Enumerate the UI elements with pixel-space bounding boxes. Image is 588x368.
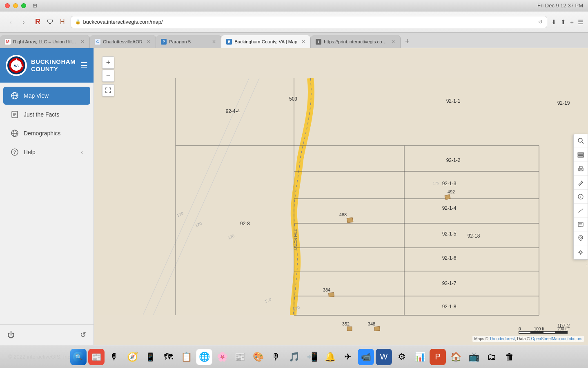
tab-close-paragon[interactable]: ✕ [212,39,216,45]
sidebar-item-label-help: Help [24,149,76,155]
new-tab-icon[interactable]: + [570,18,574,25]
svg-text:92-8: 92-8 [240,221,250,227]
dock-reminders[interactable]: 📋 [178,349,194,365]
dock-app8[interactable]: 🏠 [448,349,464,365]
close-button[interactable] [5,3,10,8]
dock-word[interactable]: W [376,349,392,365]
svg-text:175: 175 [433,181,439,185]
sidebar-nav: Map View Just the Facts [0,83,94,324]
svg-text:92-1-2: 92-1-2 [446,157,461,163]
svg-rect-71 [578,153,584,154]
dock-app10[interactable]: 🗂 [483,349,500,365]
dock-music[interactable]: 🎵 [286,349,302,365]
print-tool-button[interactable] [574,162,588,176]
zoom-in-button[interactable]: + [102,56,114,69]
zoom-out-button[interactable]: − [102,70,114,82]
svg-text:UNION HILL: UNION HILL [294,229,298,250]
sidebar-item-help[interactable]: ? Help ‹ [3,143,90,161]
traffic-lights[interactable] [5,3,26,8]
sidebar-item-demographics[interactable]: Demographics [3,124,90,142]
address-bar[interactable]: 🔒 buckcova.interactivegis.com/map/ ↺ [71,16,548,28]
help-collapse-icon: ‹ [81,149,83,155]
dock-maps[interactable]: 🗺 [160,349,176,365]
reload-icon[interactable]: ↺ [538,19,543,25]
location-tool-button[interactable] [574,245,588,259]
minimize-button[interactable] [13,3,18,8]
info-tool-button[interactable]: i [574,190,588,204]
svg-text:92-1-1: 92-1-1 [446,98,461,104]
dock-news2[interactable]: 📰 [232,349,248,365]
dock-photos[interactable]: 🌸 [214,349,230,365]
tab-print[interactable]: i https://print.interactivegis.com/live/… [311,35,401,48]
dock-powerpoint[interactable]: P [430,349,446,365]
dock-ios-apps[interactable]: 📱 [142,349,158,365]
search-tool-button[interactable] [574,134,588,148]
dock-siri[interactable]: 🎙 [106,349,122,365]
sidebar-toggle-icon[interactable]: ☰ [578,18,583,26]
tab-favicon-charlottesville: C [95,39,100,45]
tab-label-gmail: Right Array, LLC – Union Hill Rd Listing… [13,39,76,44]
svg-text:i: i [580,195,581,199]
draw-tool-button[interactable] [574,204,588,218]
dock-chrome[interactable]: 🌐 [196,349,212,365]
map-view-icon [11,92,19,100]
tab-overview-icon[interactable]: ⊞ [33,2,37,9]
power-icon[interactable]: ⏻ [7,331,15,339]
edit-tool-button[interactable] [574,176,588,190]
share-icon[interactable]: ⬆ [561,18,566,26]
dock-app9[interactable]: 📺 [466,349,482,365]
scale-label-100: 100 ft [534,327,544,331]
map-right-toolbar: i [573,134,588,260]
dock-app6[interactable]: ⚙ [394,349,410,365]
tab-label-charlottesville: CharlottesvilleAOR [103,39,143,44]
tab-buckingham[interactable]: B Buckingham County, VA | Map ✕ [221,35,311,48]
sidebar-item-label-just-the-facts: Just the Facts [24,111,83,118]
dock-app5[interactable]: ✈ [340,349,356,365]
sidebar-menu-icon[interactable]: ☰ [80,61,88,70]
tab-close-print[interactable]: ✕ [391,39,395,45]
map-area[interactable]: UNION HILL 92-4-4 509 92-1-1 92-19 92-1-… [94,48,588,345]
dock-app4[interactable]: 🔔 [322,349,338,365]
nav-buttons[interactable]: ‹ › [5,16,29,28]
tab-paragon[interactable]: P Paragon 5 ✕ [156,35,221,48]
svg-text:★: ★ [10,65,12,68]
browser-right-icons[interactable]: ⬇ ⬆ + ☰ [551,18,583,26]
refresh-icon[interactable]: ↺ [80,330,86,339]
layers-tool-button[interactable] [574,148,588,162]
svg-text:★: ★ [21,65,23,68]
back-button[interactable]: ‹ [5,16,16,28]
tab-label-paragon: Paragon 5 [169,39,208,44]
dock-news[interactable]: 📰 [88,349,105,365]
tab-close-gmail[interactable]: ✕ [80,39,85,45]
titlebar-right: Fri Dec 9 12:37 PM [537,2,583,9]
dock-app2[interactable]: 🎨 [250,349,266,365]
fullscreen-button[interactable] [102,84,114,96]
svg-text:352: 352 [342,321,350,326]
forward-button[interactable]: › [18,16,29,28]
sidebar-item-just-the-facts[interactable]: Just the Facts [3,105,90,123]
svg-rect-46 [347,218,353,223]
scale-bar [519,331,568,334]
scale-seg-1 [519,331,531,334]
tab-close-charlottesville[interactable]: ✕ [147,39,151,45]
sidebar-item-map-view[interactable]: Map View [3,87,90,105]
dock-trash[interactable]: 🗑 [501,349,518,365]
tab-charlottesville[interactable]: C CharlottesvilleAOR ✕ [90,35,156,48]
svg-text:🔍: 🔍 [75,354,82,361]
tab-close-buckingham[interactable]: ✕ [301,39,305,45]
demographics-icon [11,129,19,137]
list-tool-button[interactable] [574,218,588,231]
dock-podcast[interactable]: 🎙 [268,349,284,365]
dock-app3[interactable]: 📲 [304,349,320,365]
tab-gmail[interactable]: M Right Array, LLC – Union Hill Rd Listi… [0,35,90,48]
tab-favicon-paragon: P [161,39,167,45]
dock-zoom[interactable]: 📹 [358,349,374,365]
download-icon[interactable]: ⬇ [551,18,557,26]
svg-text:92-4-4: 92-4-4 [226,108,240,114]
dock-safari[interactable]: 🧭 [124,349,140,365]
dock-app7[interactable]: 📊 [412,349,428,365]
pin-tool-button[interactable] [574,231,588,245]
dock-finder[interactable]: 🔍 [70,349,87,365]
maximize-button[interactable] [21,3,26,8]
new-tab-button[interactable]: + [401,35,414,48]
